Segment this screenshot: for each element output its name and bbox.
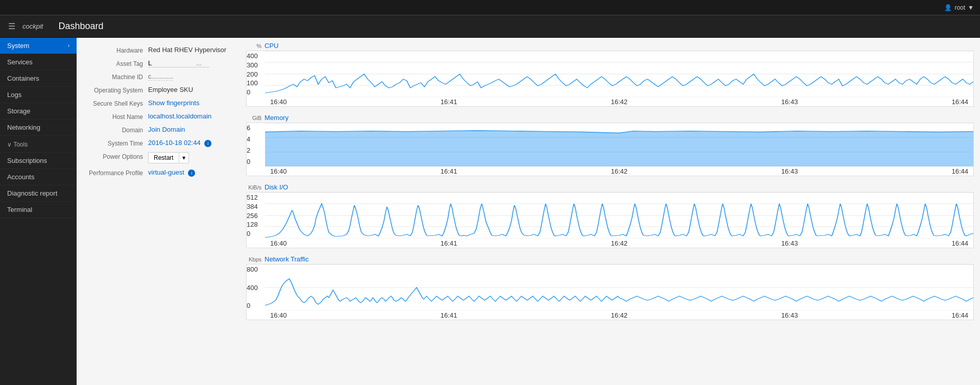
memory-title: Memory xyxy=(265,114,289,122)
tools-section-header: ∨ Tools xyxy=(0,136,77,153)
net-x-1641: 16:41 xyxy=(441,311,458,319)
sidebar-item-services[interactable]: Services xyxy=(0,54,77,70)
system-time-text[interactable]: 2016-10-18 02:44 xyxy=(148,139,201,147)
sidebar-label-networking: Networking xyxy=(7,124,40,131)
cpu-y-100: 100 xyxy=(247,79,263,87)
memory-unit: GiB xyxy=(246,115,261,121)
perf-info-icon[interactable]: i xyxy=(188,170,195,177)
mem-x-1642: 16:42 xyxy=(611,167,628,175)
sidebar-item-storage[interactable]: Storage xyxy=(0,103,77,119)
cpu-x-1641: 16:41 xyxy=(441,98,458,106)
mem-x-1640: 16:40 xyxy=(270,167,287,175)
join-domain-link[interactable]: Join Domain xyxy=(148,126,235,133)
cpu-chart-header: % CPU xyxy=(246,42,974,50)
cpu-chart-block: % CPU 400 300 200 100 0 xyxy=(246,42,974,107)
asset-tag-input[interactable] xyxy=(148,59,194,67)
system-time-value: 2016-10-18 02:44 i xyxy=(148,139,235,147)
sidebar-item-subscriptions[interactable]: Subscriptions xyxy=(0,153,77,169)
disk-y-384: 384 xyxy=(247,203,263,210)
sidebar-label-terminal: Terminal xyxy=(7,206,32,213)
diskio-chart-area: 512 384 256 128 0 xyxy=(246,192,974,248)
hardware-row: Hardware Red Hat RHEV Hypervisor xyxy=(82,46,235,54)
sidebar-label-accounts: Accounts xyxy=(7,173,34,181)
cpu-title: CPU xyxy=(265,42,278,50)
diskio-svg xyxy=(265,192,973,238)
hostname-value[interactable]: localhost.localdomain xyxy=(148,112,235,120)
sidebar-item-accounts[interactable]: Accounts xyxy=(0,169,77,185)
sidebar-item-terminal[interactable]: Terminal xyxy=(0,202,77,218)
network-title: Network Traffic xyxy=(265,255,308,263)
os-label: Operating System xyxy=(82,86,148,94)
memory-svg-wrapper xyxy=(265,123,973,166)
cpu-x-1644: 16:44 xyxy=(951,98,968,106)
memory-chart-block: GiB Memory 6 4 2 0 xyxy=(246,114,974,176)
ssh-row: Secure Shell Keys Show fingerprints xyxy=(82,99,235,107)
memory-svg xyxy=(265,123,973,166)
sidebar-label-system: System xyxy=(7,42,29,50)
diskio-svg-wrapper xyxy=(265,192,973,238)
system-time-info-icon[interactable]: i xyxy=(204,140,211,147)
sidebar-item-logs[interactable]: Logs xyxy=(0,87,77,103)
disk-x-1643: 16:43 xyxy=(781,239,798,247)
sidebar-label-subscriptions: Subscriptions xyxy=(7,157,47,164)
cpu-y-0: 0 xyxy=(247,88,263,96)
disk-y-128: 128 xyxy=(247,221,263,228)
user-label: root xyxy=(954,4,965,11)
memory-y-labels: 6 4 2 0 xyxy=(247,123,265,166)
hardware-label: Hardware xyxy=(82,46,148,54)
cpu-x-1640: 16:40 xyxy=(270,98,287,106)
system-time-row: System Time 2016-10-18 02:44 i xyxy=(82,139,235,147)
os-value: Employee SKU xyxy=(148,86,235,93)
diskio-title: Disk I/O xyxy=(265,183,288,191)
net-x-1643: 16:43 xyxy=(781,311,798,319)
cpu-chart-area: 400 300 200 100 0 xyxy=(246,51,974,107)
mem-y-2: 2 xyxy=(247,147,263,154)
sidebar-item-diagnostic-report[interactable]: Diagnostic report xyxy=(0,185,77,202)
asset-tag-dots: ... xyxy=(196,59,202,67)
net-x-1642: 16:42 xyxy=(611,311,628,319)
chevron-right-icon: › xyxy=(68,43,69,49)
perf-profile-link[interactable]: virtual-guest xyxy=(148,169,184,176)
sidebar-item-containers[interactable]: Containers xyxy=(0,70,77,87)
machine-id-value: c............. xyxy=(148,73,235,80)
mem-y-0: 0 xyxy=(247,158,263,165)
restart-dropdown-button[interactable]: ▾ xyxy=(179,152,189,163)
perf-row: Performance Profile virtual-guest i xyxy=(82,169,235,177)
ssh-label: Secure Shell Keys xyxy=(82,99,148,107)
hostname-label: Host Name xyxy=(82,112,148,121)
tools-label: ∨ Tools xyxy=(7,141,28,148)
disk-x-1640: 16:40 xyxy=(270,239,287,247)
sidebar-label-services: Services xyxy=(7,58,33,66)
sidebar-item-system[interactable]: System › xyxy=(0,38,77,54)
cpu-x-axis: 16:40 16:41 16:42 16:43 16:44 xyxy=(265,97,973,106)
network-unit: Kbps xyxy=(246,256,261,262)
net-x-1644: 16:44 xyxy=(951,311,968,319)
cpu-x-1642: 16:42 xyxy=(611,98,628,106)
disk-x-1644: 16:44 xyxy=(951,239,968,247)
machine-id-row: Machine ID c............. xyxy=(82,73,235,81)
asset-tag-label: Asset Tag xyxy=(82,59,148,67)
sidebar-label-containers: Containers xyxy=(7,75,39,82)
diskio-chart-header: KiB/s Disk I/O xyxy=(246,183,974,191)
memory-chart-header: GiB Memory xyxy=(246,114,974,122)
user-icon: 👤 xyxy=(944,4,952,11)
power-options: Restart ▾ xyxy=(148,152,235,163)
machine-id-text: c............. xyxy=(148,73,173,81)
mem-x-1644: 16:44 xyxy=(951,167,968,175)
sidebar-label-storage: Storage xyxy=(7,107,31,115)
user-menu[interactable]: 👤 root ▼ xyxy=(944,4,974,11)
sidebar-item-networking[interactable]: Networking xyxy=(0,119,77,136)
memory-x-axis: 16:40 16:41 16:42 16:43 16:44 xyxy=(265,166,973,176)
asset-tag-value: ... xyxy=(148,59,235,67)
disk-x-1642: 16:42 xyxy=(611,239,628,247)
menu-icon[interactable]: ☰ xyxy=(8,21,15,31)
main-layout: System › Services Containers Logs Storag… xyxy=(0,38,980,385)
page-title: Dashboard xyxy=(58,21,103,32)
network-chart-header: Kbps Network Traffic xyxy=(246,255,974,263)
cpu-y-labels: 400 300 200 100 0 xyxy=(247,51,265,97)
power-label: Power Options xyxy=(82,152,148,160)
domain-row: Domain Join Domain xyxy=(82,126,235,134)
restart-button[interactable]: Restart xyxy=(148,152,179,163)
network-svg xyxy=(265,264,973,310)
show-fingerprints-link[interactable]: Show fingerprints xyxy=(148,99,235,107)
